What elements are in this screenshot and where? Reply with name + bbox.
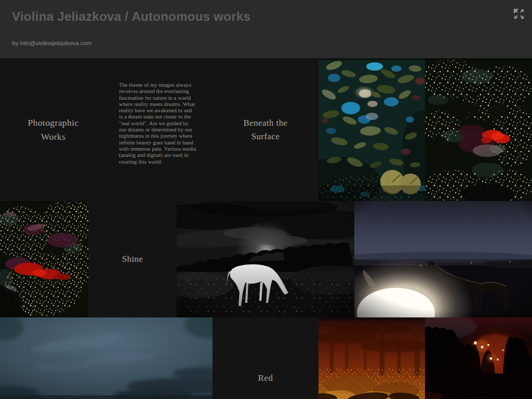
page-title: Violina Jeliazkova / Autonomous works: [12, 9, 250, 24]
photo-red-forest[interactable]: [318, 317, 425, 399]
fullscreen-button[interactable]: [512, 7, 526, 21]
album-tile-shine[interactable]: Shine: [88, 201, 177, 317]
photo-dark-water-blossoms[interactable]: [425, 58, 532, 201]
photo-blossoms-red[interactable]: [0, 201, 88, 317]
series-title-label: Photographic Works: [17, 116, 90, 143]
artist-statement-text: The theme of my images always revolves a…: [119, 82, 197, 165]
byline: by info@violinajeliazkova.com: [12, 40, 92, 46]
photo-horses-dusk[interactable]: [354, 201, 532, 317]
portfolio-page: Violina Jeliazkova / Autonomous works by…: [0, 0, 532, 399]
series-title-tile[interactable]: Photographic Works: [0, 58, 107, 201]
photo-water-lilies[interactable]: [318, 58, 425, 201]
photo-blue-sky[interactable]: [0, 317, 212, 399]
artist-statement-tile: The theme of my images always revolves a…: [107, 58, 212, 201]
photo-red-glow-trees[interactable]: [425, 317, 532, 399]
photo-white-horse-meadow[interactable]: [177, 201, 354, 317]
header: Violina Jeliazkova / Autonomous works by…: [0, 0, 532, 58]
album-label-red: Red: [258, 371, 273, 385]
album-label-beneath-the-surface: Beneath the Surface: [236, 116, 295, 143]
album-tile-red[interactable]: Red: [212, 317, 318, 399]
album-tile-beneath-the-surface[interactable]: Beneath the Surface: [212, 58, 318, 201]
album-label-shine: Shine: [122, 252, 143, 266]
fullscreen-expand-icon: [512, 15, 526, 22]
